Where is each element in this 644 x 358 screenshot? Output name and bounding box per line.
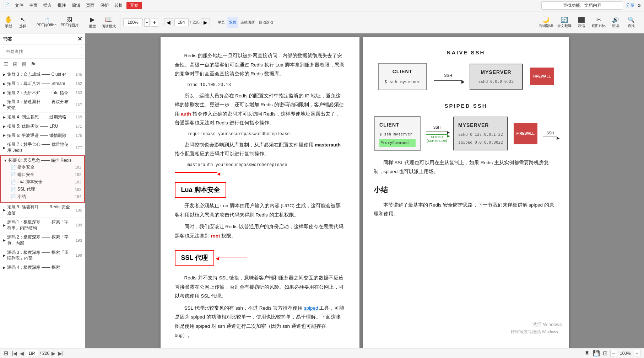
sidebar-item-ext5[interactable]: ▶ 拓展 5: 优胜劣汰 —— LRU 171	[0, 122, 85, 131]
sidebar-subitem-port[interactable]: 📄 端口安全 182	[4, 171, 81, 178]
sidebar-subitem-cmd[interactable]: 📄 指令安全 182	[4, 164, 81, 171]
sidebar-subitem-lua[interactable]: 📄 Lua 脚本安全 183	[4, 178, 81, 186]
bookmark-flag-btn[interactable]: ⚑	[30, 60, 36, 68]
spiped-proxy-cmd: ProxyCommand	[379, 139, 416, 147]
main-area: 书签 ✕ ☰ ⊞ ⊠ ⚑ ▶ 集群 3：众志成城 —— Clust er 145…	[0, 33, 644, 348]
bookmark-add-btn[interactable]: ⊞	[12, 60, 18, 68]
fit-page-icon[interactable]: ⊡	[603, 350, 607, 357]
search-icon: 🔍	[628, 16, 635, 23]
search-bar[interactable]: 查找功能、文档内容	[541, 1, 623, 10]
zoom-out-status-btn[interactable]: −	[610, 350, 617, 357]
menu-insert[interactable]: 插入	[41, 2, 54, 9]
menu-convert[interactable]: 转换	[112, 2, 125, 9]
read-aloud-btn[interactable]: 🔊 朗读	[608, 15, 623, 30]
hand-icon: ✋	[5, 16, 12, 23]
prev-page-btn[interactable]: ◀	[164, 18, 173, 26]
menu-protect[interactable]: 保护	[98, 2, 111, 9]
expand-icon: ▶	[3, 208, 6, 212]
naive-client-label: CLIENT	[384, 67, 420, 76]
single-page-btn[interactable]: 单页	[216, 17, 227, 28]
sidebar-item-ext7[interactable]: ▶ 拓展 7：妙手仁心 —— 优雅地使用 Jedis 177	[0, 140, 85, 155]
sidebar-item-ext8[interactable]: ▼ 拓展 8: 居安思危 —— 保护 Redis 📄 指令安全 182 📄 端口…	[0, 155, 85, 203]
spiped-client-label: CLIENT	[379, 121, 416, 129]
naive-firewall-box: FIREWALL	[530, 68, 554, 85]
play-button[interactable]: ▶ 播放	[86, 15, 99, 30]
sidebar-search-input[interactable]	[3, 47, 82, 56]
naive-server-box: MYSERVER sshd 0.0.0.0:22	[470, 64, 523, 90]
sidebar-item-label: 源码 4：极度深寒 —— 探索	[7, 265, 71, 271]
menu-home[interactable]: 主页	[27, 2, 40, 9]
menu-edit[interactable]: 编辑	[70, 2, 82, 9]
sidebar-subitem-label: 端口安全	[17, 172, 71, 178]
sidebar-item-src1[interactable]: ▶ 源码 1：极度深寒 —— 探索「字符串」内部结构 189	[0, 218, 85, 233]
next-page-btn-status[interactable]: ▶	[51, 351, 56, 356]
sidebar-item-ext3[interactable]: ▶ 拓展 3：拾遗漏补 —— 再议分布式锁 167	[0, 97, 85, 113]
spiped-client-box: CLIENT $ ssh myserver ProxyCommand	[374, 116, 421, 151]
sidebar-item-cluster3[interactable]: ▶ 集群 3：众志成城 —— Clust er 145	[0, 70, 85, 79]
sidebar-item-src4[interactable]: ▶ 源码 4：极度深寒 —— 探索	[0, 263, 85, 272]
next-page-btn[interactable]: ▶	[201, 18, 210, 26]
sidebar-item-ext9[interactable]: ▶ 拓展 9: 隔墙有耳 —— Redis 安全通信 185	[0, 203, 85, 218]
toolbar-top: 📄 文件 主页 插入 批注 编辑 页面 保护 转换 开始 查找功能、文档内容 分…	[0, 0, 644, 11]
sidebar-item-src3[interactable]: ▶ 源码 3：极度深寒 —— 探索「压缩列表」内部 199	[0, 248, 85, 263]
sidebar-item-src2[interactable]: ▶ 源码 2：极度深寒 —— 探索「字典」内部 193	[0, 233, 85, 248]
auto-scroll-btn[interactable]: 自动滚动	[257, 17, 275, 28]
first-page-btn[interactable]: |◀	[11, 351, 18, 356]
expand-icon: ▶	[3, 91, 6, 95]
left-page: Redis 的服务地址一旦可以被外网直接访问，内部的数据就彻底失去了安全性。高级…	[161, 37, 359, 348]
sidebar-item-ext1[interactable]: ▶ 拓展 1：耳听八方 —— Stream 152	[0, 79, 85, 89]
expand-icon: ▶	[3, 238, 6, 242]
zoom-out-btn[interactable]: -	[144, 18, 150, 27]
pdf-to-office-button[interactable]: 📄 PDF转Office	[35, 15, 58, 30]
status-nav: |◀ ◀ / 226 ▶ ▶|	[11, 350, 64, 357]
page-num: 152	[71, 81, 82, 86]
current-page-input[interactable]	[174, 18, 189, 26]
status-page-input[interactable]	[26, 350, 38, 357]
sidebar-item-ext2[interactable]: ▶ 拓展 2：无所不知 —— Info 指令 163	[0, 89, 85, 98]
para-1: Redis 的服务地址一旦可以被外网直接访问，内部的数据就彻底失去了安全性。高级…	[175, 51, 345, 79]
sidebar-item-ext4[interactable]: ▶ 拓展 4: 朝生暮死 —— 过期策略 169	[0, 113, 85, 122]
sidebar-subitem-ssl[interactable]: 📄 SSL 代理 183	[4, 186, 81, 193]
spiped-link[interactable]: spiped	[304, 305, 318, 311]
pdf-to-image-button[interactable]: 🖼 PDF转图片	[59, 15, 80, 30]
compress-btn[interactable]: ⬛ 压缩	[574, 15, 589, 30]
ssl-section-header: SSL 代理 ◀	[175, 245, 345, 269]
menu-page[interactable]: 页面	[84, 2, 97, 9]
final-ssh-label: SSH	[547, 130, 554, 137]
menu-comment[interactable]: 批注	[55, 2, 68, 9]
hand-tool-button[interactable]: ✋ 手型	[2, 15, 15, 30]
read-mode-button[interactable]: 📖 阅读模式	[100, 15, 117, 30]
expand-icon: ▶	[3, 82, 6, 86]
naive-client-cmd: $ ssh myserver	[384, 78, 420, 86]
zoom-in-status-btn[interactable]: +	[634, 350, 640, 357]
sidebar-item-label: 拓展 1：耳听八方 —— Stream	[7, 81, 71, 87]
continuous-read-btn[interactable]: 连续阅读	[239, 17, 256, 28]
spiped-ssh-diagram: SPIPED SSH CLIENT $ ssh myserver ProxyCo…	[374, 101, 558, 151]
translate-all-btn[interactable]: 🔄 全文翻译	[556, 15, 573, 30]
double-page-btn[interactable]: 双页	[227, 17, 238, 28]
close-sidebar-btn[interactable]: ✕	[77, 36, 82, 42]
zoom-in-btn[interactable]: +	[151, 18, 158, 27]
last-page-btn[interactable]: ▶|	[58, 351, 64, 356]
search-btn[interactable]: 🔍 查找	[624, 15, 638, 30]
status-right: 👁 💾 ⊡ − 100% +	[584, 350, 640, 357]
sidebar-subitem-summary[interactable]: 📄 小结 184	[4, 193, 81, 201]
settings-icon[interactable]: ⚙	[637, 3, 641, 8]
conclusion-title: 小结	[374, 183, 558, 196]
prev-page-btn-status[interactable]: ◀	[19, 351, 25, 356]
start-button[interactable]: 开始	[126, 2, 142, 9]
translate-word-btn[interactable]: 🌙 划词翻译	[537, 15, 554, 30]
bookmark-icon: 📄	[11, 172, 16, 177]
naive-ssh-title: NAIVE SSH	[374, 48, 558, 57]
share-button[interactable]: 分享	[626, 2, 634, 9]
sidebar-item-ext6[interactable]: ▶ 拓展 6: 平波逐进 —— 懒惰删除 175	[0, 131, 85, 140]
ssh-label2: SSH	[433, 124, 441, 131]
bookmark-delete-btn[interactable]: ⊠	[21, 60, 27, 68]
screenshot-btn[interactable]: ✂ 截图对比	[590, 15, 607, 30]
bookmark-list-btn[interactable]: ☰	[3, 60, 9, 68]
menu-file[interactable]: 文件	[13, 2, 26, 9]
thumbnail-icon[interactable]: ⊞	[4, 350, 8, 357]
select-tool-button[interactable]: ↖ 选择	[16, 15, 29, 30]
save-icon[interactable]: 💾	[593, 350, 600, 357]
zoom-input[interactable]	[123, 18, 143, 26]
